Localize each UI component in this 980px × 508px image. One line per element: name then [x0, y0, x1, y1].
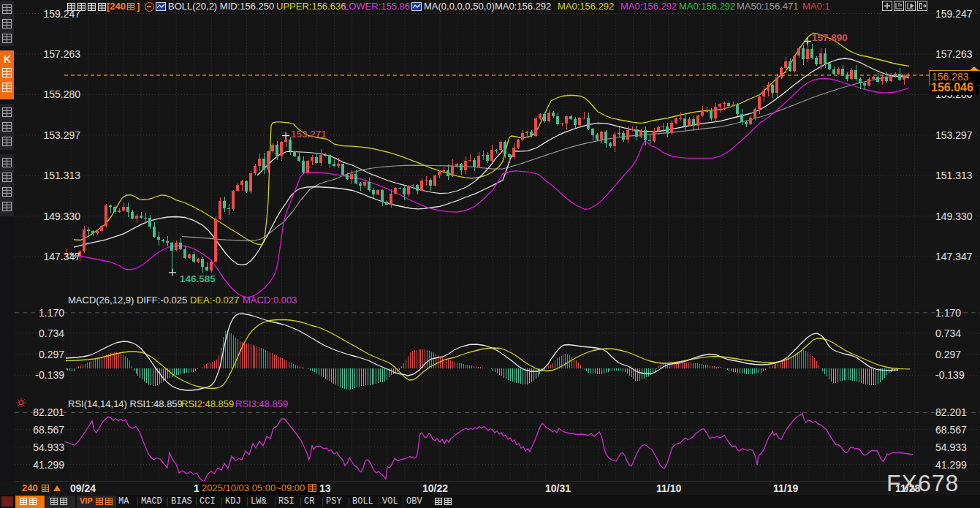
- svg-text:157.890: 157.890: [812, 32, 848, 43]
- svg-text:153.271: 153.271: [291, 129, 327, 140]
- svg-text:146.585: 146.585: [180, 273, 216, 284]
